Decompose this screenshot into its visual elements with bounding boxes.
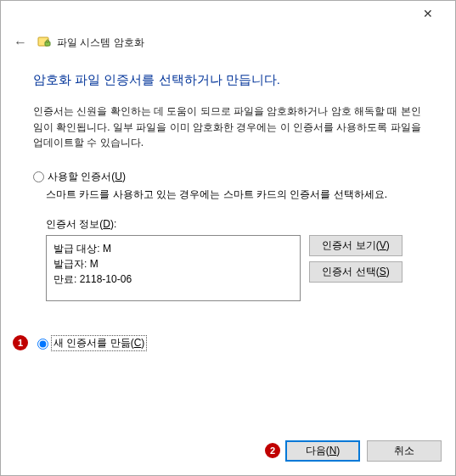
cancel-button[interactable]: 취소 bbox=[367, 440, 442, 462]
cert-row: 발급 대상: M 발급자: M 만료: 2118-10-06 인증서 보기(V)… bbox=[46, 235, 423, 301]
radio-create-cert-label: 새 인증서를 만듦(C) bbox=[51, 335, 147, 351]
cert-expiry: 만료: 2118-10-06 bbox=[53, 272, 293, 287]
select-cert-button[interactable]: 인증서 선택(S) bbox=[309, 261, 403, 283]
efs-icon bbox=[37, 35, 52, 50]
close-button[interactable]: ✕ bbox=[409, 1, 447, 26]
radio-use-cert[interactable] bbox=[33, 171, 44, 182]
option-use-cert[interactable]: 사용할 인증서(U) bbox=[33, 170, 423, 184]
cert-info-box: 발급 대상: M 발급자: M 만료: 2118-10-06 bbox=[46, 235, 301, 301]
cert-issued-by: 발급자: M bbox=[53, 256, 293, 272]
cert-info-label: 인증서 정보(D): bbox=[46, 217, 423, 232]
next-button[interactable]: 다음(N) bbox=[285, 440, 360, 462]
header: ← 파일 시스템 암호화 bbox=[1, 26, 455, 52]
cert-issued-to: 발급 대상: M bbox=[53, 241, 293, 256]
view-cert-button[interactable]: 인증서 보기(V) bbox=[309, 235, 403, 256]
titlebar: ✕ bbox=[1, 1, 455, 26]
content-area: 암호화 파일 인증서를 선택하거나 만듭니다. 인증서는 신원을 확인하는 데 … bbox=[1, 52, 455, 351]
page-heading: 암호화 파일 인증서를 선택하거나 만듭니다. bbox=[33, 72, 423, 88]
cert-buttons: 인증서 보기(V) 인증서 선택(S) bbox=[309, 235, 403, 283]
radio-create-cert[interactable] bbox=[37, 339, 48, 350]
footer-buttons: 2 다음(N) 취소 bbox=[285, 440, 442, 462]
callout-1: 1 bbox=[13, 335, 28, 350]
page-description: 인증서는 신원을 확인하는 데 도움이 되므로 파일을 암호화하거나 암호 해독… bbox=[33, 104, 423, 151]
radio-use-cert-label: 사용할 인증서(U) bbox=[48, 170, 126, 184]
callout-2: 2 bbox=[265, 443, 280, 458]
back-button[interactable]: ← bbox=[11, 33, 30, 52]
header-title: 파일 시스템 암호화 bbox=[57, 36, 144, 50]
option-create-cert[interactable]: 1 새 인증서를 만듦(C) bbox=[33, 335, 423, 351]
use-cert-subtext: 스마트 카드를 사용하고 있는 경우에는 스마트 카드의 인증서를 선택하세요. bbox=[46, 188, 423, 202]
